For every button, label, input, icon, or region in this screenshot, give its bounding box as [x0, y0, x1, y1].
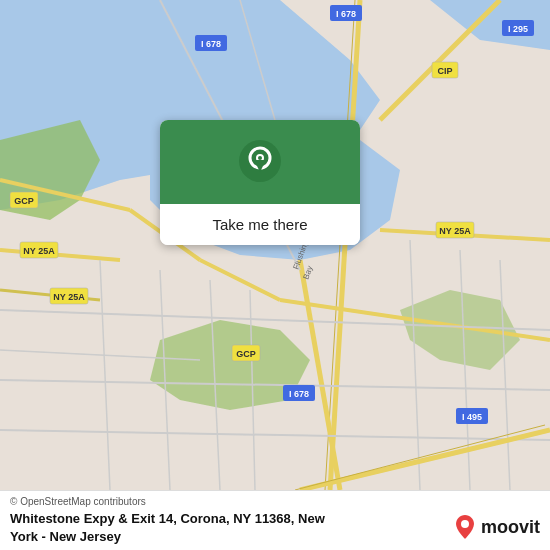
svg-text:NY 25A: NY 25A: [53, 292, 85, 302]
svg-text:NY 25A: NY 25A: [439, 226, 471, 236]
bottom-bar: © OpenStreetMap contributors Whitestone …: [0, 490, 550, 550]
moovit-pin-icon: [453, 513, 477, 541]
moovit-text: moovit: [481, 517, 540, 538]
moovit-logo: moovit: [453, 513, 540, 541]
svg-text:GCP: GCP: [236, 349, 256, 359]
bottom-info-row: Whitestone Expy & Exit 14, Corona, NY 11…: [10, 509, 540, 545]
take-me-there-button[interactable]: Take me there: [160, 204, 360, 245]
location-pin-icon: [239, 140, 281, 188]
svg-text:GCP: GCP: [14, 196, 34, 206]
location-text-secondary: York - New Jersey: [10, 529, 121, 544]
card-header: [160, 120, 360, 204]
svg-text:I 678: I 678: [201, 39, 221, 49]
svg-point-56: [461, 520, 469, 528]
navigation-card: Take me there: [160, 120, 360, 245]
svg-text:I 678: I 678: [289, 389, 309, 399]
svg-text:NY 25A: NY 25A: [23, 246, 55, 256]
svg-text:CIP: CIP: [437, 66, 452, 76]
osm-attribution: © OpenStreetMap contributors: [10, 496, 540, 507]
svg-text:I 495: I 495: [462, 412, 482, 422]
svg-text:I 678: I 678: [336, 9, 356, 19]
svg-text:I 295: I 295: [508, 24, 528, 34]
location-label: Whitestone Expy & Exit 14, Corona, NY 11…: [10, 511, 325, 544]
location-text-main: Whitestone Expy & Exit 14, Corona, NY 11…: [10, 511, 325, 526]
svg-point-55: [258, 156, 262, 160]
map-container: I 678 I 295 I 678 CIP NY 25A NY 25A GCP …: [0, 0, 550, 490]
